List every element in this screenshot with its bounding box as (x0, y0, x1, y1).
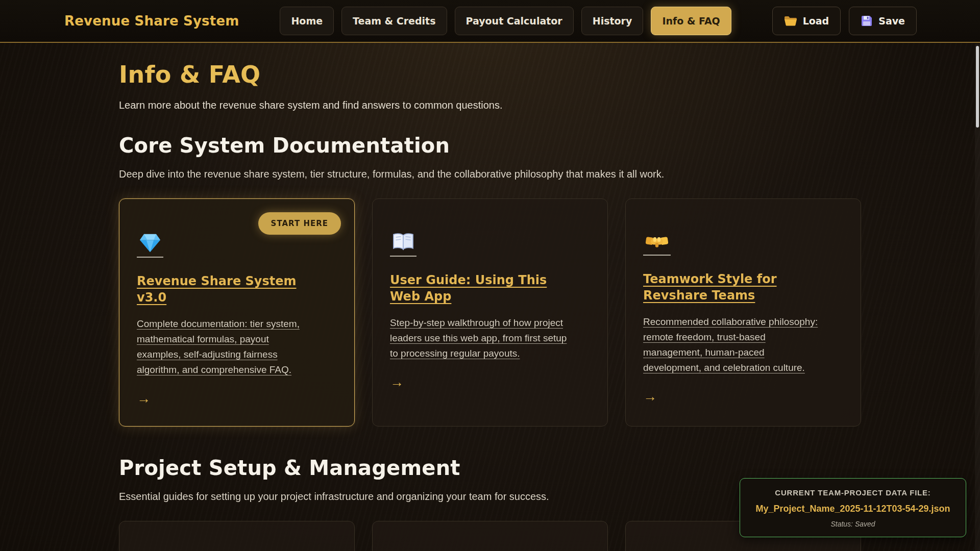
save-button-label: Save (878, 15, 905, 27)
arrow-right-icon[interactable]: → (390, 374, 590, 390)
section-heading-project-setup: Project Setup & Management (119, 456, 861, 480)
card-title-link[interactable]: User Guide: Using This Web App (390, 272, 558, 305)
card-title-link[interactable]: Teamwork Style for Revshare Teams (643, 271, 812, 304)
nav-tab-history[interactable]: History (581, 7, 644, 35)
core-docs-card-grid: START HERE Revenue Share System v3.0 Com… (119, 198, 861, 427)
nav-tab-info-faq[interactable]: Info & FAQ (651, 7, 731, 35)
load-button-label: Load (803, 15, 829, 27)
scrollbar-thumb[interactable] (976, 46, 979, 128)
section-heading-core-docs: Core System Documentation (119, 134, 861, 157)
handshake-icon (643, 233, 671, 256)
file-status-saved: Status: Saved (751, 520, 954, 528)
section-desc-core-docs: Deep dive into the revenue share system,… (119, 168, 861, 180)
nav-tab-team-credits[interactable]: Team & Credits (341, 7, 447, 35)
arrow-right-icon[interactable]: → (643, 389, 843, 405)
save-button[interactable]: Save (849, 7, 917, 35)
start-here-badge: START HERE (258, 212, 341, 235)
top-navbar: Revenue Share System Home Team & Credits… (0, 0, 980, 43)
card-teamwork-style[interactable]: Teamwork Style for Revshare Teams Recomm… (625, 198, 861, 427)
arrow-right-icon[interactable]: → (137, 391, 337, 407)
folder-icon (784, 15, 797, 27)
nav-tab-home[interactable]: Home (280, 7, 334, 35)
navbar-actions: Load Save (772, 7, 917, 35)
page-subtitle: Learn more about the revenue share syste… (119, 99, 861, 111)
main-content: Info & FAQ Learn more about the revenue … (119, 61, 861, 551)
current-file-status-panel: CURRENT TEAM-PROJECT DATA FILE: My_Proje… (740, 478, 966, 537)
file-status-filename: My_Project_Name_2025-11-12T03-54-29.json (751, 504, 954, 514)
card-revenue-share-system[interactable]: START HERE Revenue Share System v3.0 Com… (119, 198, 355, 427)
card[interactable] (372, 521, 608, 551)
floppy-disk-icon (861, 15, 873, 27)
card[interactable] (119, 521, 355, 551)
nav-tab-payout-calculator[interactable]: Payout Calculator (455, 7, 574, 35)
app-title: Revenue Share System (64, 13, 239, 29)
card-description-link[interactable]: Step-by-step walkthrough of how project … (390, 315, 569, 361)
scrollbar-track[interactable] (975, 44, 980, 551)
open-book-icon (390, 233, 416, 257)
file-status-label: CURRENT TEAM-PROJECT DATA FILE: (751, 488, 954, 497)
load-button[interactable]: Load (772, 7, 841, 35)
page-title: Info & FAQ (119, 61, 861, 88)
card-description-link[interactable]: Complete documentation: tier system, mat… (137, 316, 315, 378)
main-nav: Home Team & Credits Payout Calculator Hi… (280, 7, 731, 35)
card-user-guide[interactable]: User Guide: Using This Web App Step-by-s… (372, 198, 608, 427)
card-title-link[interactable]: Revenue Share System v3.0 (137, 273, 305, 306)
card-description-link[interactable]: Recommended collaborative philosophy: re… (643, 314, 822, 375)
gem-icon (137, 233, 163, 258)
